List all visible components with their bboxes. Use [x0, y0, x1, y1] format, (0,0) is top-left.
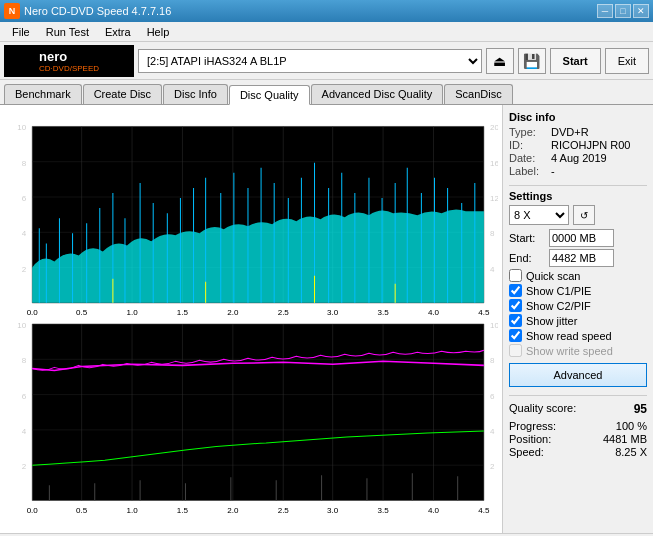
close-button[interactable]: ✕ — [633, 4, 649, 18]
menu-bar: File Run Test Extra Help — [0, 22, 653, 42]
drive-select[interactable]: [2:5] ATAPI iHAS324 A BL1P — [138, 49, 482, 73]
show-jitter-label: Show jitter — [526, 315, 577, 327]
svg-text:2.0: 2.0 — [227, 506, 239, 515]
id-value: RICOHJPN R00 — [551, 139, 630, 151]
tab-advanced-disc-quality[interactable]: Advanced Disc Quality — [311, 84, 444, 104]
tab-disc-info[interactable]: Disc Info — [163, 84, 228, 104]
nero-cd-text: CD·DVD/SPEED — [39, 64, 99, 73]
svg-text:10: 10 — [17, 123, 26, 132]
refresh-button[interactable]: ↺ — [573, 205, 595, 225]
svg-text:3.0: 3.0 — [327, 308, 339, 317]
date-value: 4 Aug 2019 — [551, 152, 607, 164]
type-value: DVD+R — [551, 126, 589, 138]
show-jitter-checkbox[interactable] — [509, 314, 522, 327]
speed-select[interactable]: 8 X — [509, 205, 569, 225]
type-label: Type: — [509, 126, 547, 138]
eject-button[interactable]: ⏏ — [486, 48, 514, 74]
progress-label: Progress: — [509, 420, 556, 432]
tab-create-disc[interactable]: Create Disc — [83, 84, 162, 104]
minimize-button[interactable]: ─ — [597, 4, 613, 18]
end-mb-row: End: — [509, 249, 647, 267]
divider-1 — [509, 185, 647, 186]
settings-title: Settings — [509, 190, 647, 202]
show-c2pif-checkbox[interactable] — [509, 299, 522, 312]
save-button[interactable]: 💾 — [518, 48, 546, 74]
main-content: 10 8 6 4 2 20 16 12 8 4 — [0, 105, 653, 533]
show-c2pif-label: Show C2/PIF — [526, 300, 591, 312]
quick-scan-checkbox[interactable] — [509, 269, 522, 282]
progress-value: 100 % — [616, 420, 647, 432]
tab-disc-quality[interactable]: Disc Quality — [229, 85, 310, 105]
svg-text:8: 8 — [22, 159, 27, 168]
menu-run-test[interactable]: Run Test — [38, 24, 97, 40]
show-c2-row: Show C2/PIF — [509, 299, 647, 312]
svg-text:2: 2 — [22, 265, 27, 274]
start-mb-input[interactable] — [549, 229, 614, 247]
exit-button[interactable]: Exit — [605, 48, 649, 74]
end-mb-input[interactable] — [549, 249, 614, 267]
svg-rect-75 — [32, 324, 484, 500]
divider-2 — [509, 395, 647, 396]
svg-text:0.0: 0.0 — [27, 308, 39, 317]
svg-text:10: 10 — [17, 321, 26, 330]
svg-text:2.0: 2.0 — [227, 308, 239, 317]
position-row: Position: 4481 MB — [509, 433, 647, 445]
position-label: Position: — [509, 433, 551, 445]
svg-text:8: 8 — [490, 356, 495, 365]
menu-extra[interactable]: Extra — [97, 24, 139, 40]
progress-row: Progress: 100 % — [509, 420, 647, 432]
progress-section: Progress: 100 % Position: 4481 MB Speed:… — [509, 420, 647, 458]
label-label: Label: — [509, 165, 547, 177]
speed-label: Speed: — [509, 446, 544, 458]
show-read-speed-label: Show read speed — [526, 330, 612, 342]
start-button[interactable]: Start — [550, 48, 601, 74]
quick-scan-row: Quick scan — [509, 269, 647, 282]
svg-text:6: 6 — [22, 194, 27, 203]
svg-text:4.5: 4.5 — [478, 308, 490, 317]
chart-area: 10 8 6 4 2 20 16 12 8 4 — [0, 105, 503, 533]
svg-text:8: 8 — [22, 356, 27, 365]
speed-value: 8.25 X — [615, 446, 647, 458]
menu-help[interactable]: Help — [139, 24, 178, 40]
menu-file[interactable]: File — [4, 24, 38, 40]
show-c1pie-checkbox[interactable] — [509, 284, 522, 297]
disc-label-row: Label: - — [509, 165, 647, 177]
svg-text:1.5: 1.5 — [177, 308, 189, 317]
disc-id-row: ID: RICOHJPN R00 — [509, 139, 647, 151]
right-panel: Disc info Type: DVD+R ID: RICOHJPN R00 D… — [503, 105, 653, 533]
show-c1pie-label: Show C1/PIE — [526, 285, 591, 297]
speed-row-progress: Speed: 8.25 X — [509, 446, 647, 458]
end-mb-label: End: — [509, 252, 545, 264]
label-value: - — [551, 165, 555, 177]
svg-text:3.0: 3.0 — [327, 506, 339, 515]
charts-svg: 10 8 6 4 2 20 16 12 8 4 — [4, 109, 498, 529]
svg-text:1.0: 1.0 — [126, 506, 138, 515]
quality-score-label: Quality score: — [509, 402, 576, 416]
svg-text:4.0: 4.0 — [428, 308, 440, 317]
show-read-speed-row: Show read speed — [509, 329, 647, 342]
show-write-speed-checkbox[interactable] — [509, 344, 522, 357]
tab-benchmark[interactable]: Benchmark — [4, 84, 82, 104]
advanced-button[interactable]: Advanced — [509, 363, 647, 387]
disc-info-title: Disc info — [509, 111, 647, 123]
svg-text:0.0: 0.0 — [27, 506, 39, 515]
app-icon: N — [4, 3, 20, 19]
svg-text:10: 10 — [490, 321, 498, 330]
show-c1-row: Show C1/PIE — [509, 284, 647, 297]
svg-text:8: 8 — [490, 229, 495, 238]
maximize-button[interactable]: □ — [615, 4, 631, 18]
show-write-speed-label: Show write speed — [526, 345, 613, 357]
svg-text:0.5: 0.5 — [76, 506, 88, 515]
start-mb-row: Start: — [509, 229, 647, 247]
svg-text:2.5: 2.5 — [278, 308, 290, 317]
show-read-speed-checkbox[interactable] — [509, 329, 522, 342]
svg-text:1.0: 1.0 — [126, 308, 138, 317]
disc-date-row: Date: 4 Aug 2019 — [509, 152, 647, 164]
title-bar-buttons: ─ □ ✕ — [597, 4, 649, 18]
svg-text:20: 20 — [490, 123, 498, 132]
title-bar: N Nero CD-DVD Speed 4.7.7.16 ─ □ ✕ — [0, 0, 653, 22]
svg-text:2: 2 — [490, 462, 495, 471]
disc-type-row: Type: DVD+R — [509, 126, 647, 138]
position-value: 4481 MB — [603, 433, 647, 445]
tab-scan-disc[interactable]: ScanDisc — [444, 84, 512, 104]
